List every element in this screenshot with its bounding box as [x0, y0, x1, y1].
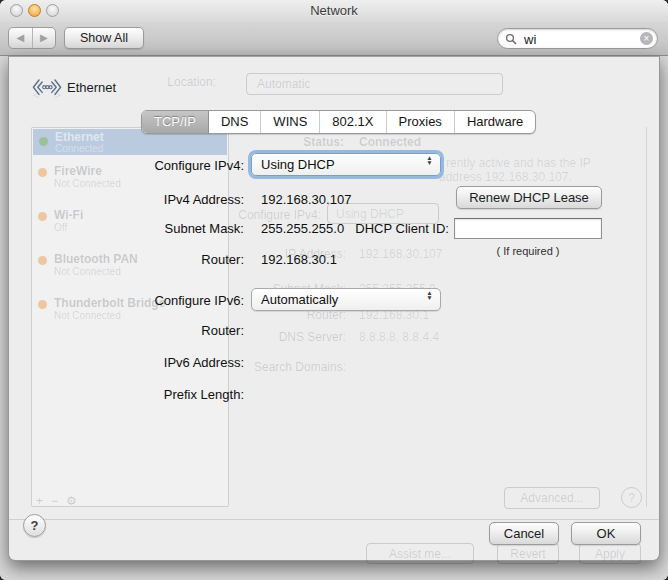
- status-desc: rently active and has the IP: [446, 156, 591, 170]
- status-dot-green: [39, 137, 48, 146]
- search-icon: [505, 33, 517, 45]
- status-dot-orange: [38, 300, 47, 309]
- help-button[interactable]: ?: [23, 514, 46, 537]
- location-popup: Automatic: [246, 73, 503, 95]
- if-required-caption: ( If required ): [454, 245, 602, 257]
- status-label: Status:: [174, 135, 344, 149]
- nav-buttons: ◀ ▶: [8, 27, 56, 49]
- router-label: Router:: [74, 248, 244, 271]
- status-dot-orange: [38, 256, 47, 265]
- tab-hardware[interactable]: Hardware: [454, 111, 535, 133]
- search-input[interactable]: [522, 30, 638, 49]
- ipv6-address-label: IPv6 Address:: [74, 351, 244, 374]
- ok-button[interactable]: OK: [571, 522, 641, 545]
- ethernet-icon: [31, 75, 63, 101]
- status-dot-orange: [38, 168, 47, 177]
- help-button-ghost: ?: [621, 487, 642, 508]
- show-all-button[interactable]: Show All: [64, 27, 144, 49]
- subnet-mask-value: 255.255.255.0: [261, 217, 344, 240]
- configure-ipv4-value: Using DHCP: [261, 157, 335, 172]
- title-bar: Network: [0, 0, 668, 22]
- list-controls: +−⚙: [36, 494, 85, 508]
- revert-button-ghost: Revert: [497, 543, 559, 564]
- subnet-mask-label: Subnet Mask:: [74, 217, 244, 240]
- ethernet-sheet: Location: Automatic Ethernet Connected F…: [8, 56, 660, 561]
- forward-button[interactable]: ▶: [33, 28, 56, 48]
- configure-ipv6-value: Automatically: [261, 292, 338, 307]
- apply-button-ghost: Apply: [579, 543, 641, 564]
- toolbar: ◀ ▶ Show All ×: [0, 22, 668, 56]
- router-value: 192.168.30.1: [261, 248, 337, 271]
- ipv4-address-label: IPv4 Address:: [74, 188, 244, 211]
- popup-stepper-icon: ▲▼: [425, 291, 434, 300]
- popup-stepper-icon: ▲▼: [425, 156, 434, 165]
- dhcp-client-id-field[interactable]: [454, 218, 602, 239]
- tab-dns[interactable]: DNS: [209, 111, 260, 133]
- configure-ipv6-popup[interactable]: Automatically ▲▼: [251, 288, 441, 311]
- cancel-button[interactable]: Cancel: [489, 522, 559, 545]
- ghost-divider: [9, 519, 659, 520]
- ipv6-router-label: Router:: [74, 319, 244, 342]
- status-desc: address 192.168.30.107.: [439, 170, 572, 184]
- ghost-panel-edge: [646, 127, 647, 507]
- renew-dhcp-lease-button[interactable]: Renew DHCP Lease: [456, 186, 602, 209]
- status-dot-orange: [38, 212, 47, 221]
- configure-ipv6-label: Configure IPv6:: [74, 289, 244, 312]
- clear-search-icon[interactable]: ×: [640, 32, 653, 45]
- search-field[interactable]: ×: [497, 28, 658, 49]
- tab-tcpip[interactable]: TCP/IP: [142, 111, 209, 133]
- tab-wins[interactable]: WINS: [260, 111, 319, 133]
- ipv4-address-value: 192.168.30.107: [261, 188, 351, 211]
- tab-8021x[interactable]: 802.1X: [319, 111, 385, 133]
- tab-bar: TCP/IP DNS WINS 802.1X Proxies Hardware: [141, 110, 536, 134]
- service-name: Ethernet: [67, 80, 116, 95]
- remove-service-icon: −: [51, 494, 66, 508]
- dhcp-client-id-input[interactable]: [455, 219, 601, 238]
- dhcp-client-id-label: DHCP Client ID:: [339, 217, 449, 240]
- back-button[interactable]: ◀: [9, 28, 33, 48]
- status-value: Connected: [359, 135, 421, 149]
- action-menu-icon: ⚙: [66, 494, 85, 508]
- configure-ipv4-popup[interactable]: Using DHCP ▲▼: [251, 153, 441, 176]
- network-preferences-window: Network ◀ ▶ Show All × Location: Automat…: [0, 0, 668, 580]
- advanced-button-ghost: Advanced...: [504, 487, 600, 509]
- assist-me-button-ghost: Assist me...: [366, 543, 474, 564]
- add-service-icon: +: [36, 494, 51, 508]
- window-content: Location: Automatic Ethernet Connected F…: [0, 56, 668, 580]
- window-title: Network: [0, 3, 668, 18]
- configure-ipv4-label: Configure IPv4:: [74, 154, 244, 177]
- tab-proxies[interactable]: Proxies: [386, 111, 454, 133]
- prefix-length-label: Prefix Length:: [74, 383, 244, 406]
